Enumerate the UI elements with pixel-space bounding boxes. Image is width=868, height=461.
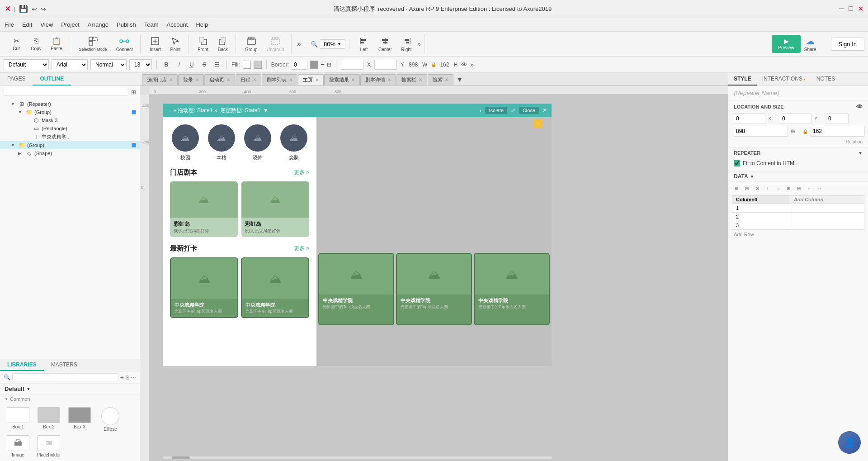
tab-home[interactable]: 主页 ✕ [298,74,324,85]
front-button[interactable]: Front [194,34,212,54]
data-icon-7[interactable]: ⊟ [794,184,803,193]
maximize-icon[interactable]: □ [849,5,853,13]
data-cell-3[interactable]: 3 [732,221,790,230]
tab-close-1[interactable]: ✕ [169,77,173,82]
y-input[interactable]: 0 [374,60,397,70]
overflow-card-3[interactable]: ⛰ 中央戏精学院 光影国中的Top顶流名人圈 [318,253,394,325]
overflow-card-4[interactable]: ⛰ 中央戏精学院 光影国中的Top顶流名人圈 [396,253,472,325]
menu-publish[interactable]: Publish [117,21,136,28]
underline-button[interactable]: U [187,60,197,70]
share-button[interactable]: ☁ Share [804,36,816,52]
nav-prev-icon[interactable]: ‹ [480,107,482,114]
tab-close-4[interactable]: ✕ [253,77,256,82]
border-style-icon[interactable]: ━ [321,62,324,68]
redo-icon[interactable]: ↪ [41,5,46,13]
data-cell-2[interactable]: 2 [732,213,790,221]
lib-search-input[interactable] [12,373,118,381]
connect-button[interactable]: Connect [113,34,137,54]
lib-item-box2[interactable]: Box 2 [35,407,62,432]
fill-color-box[interactable] [243,61,251,69]
bold-button[interactable]: B [161,60,171,70]
lib-copy-icon[interactable]: ⎘ [126,374,129,380]
data-cell-1[interactable]: 1 [732,204,790,213]
overflow-card-5[interactable]: ⛰ 中央戏精学院 光影国中的Top顶流名人圈 [474,253,550,325]
large-card-2[interactable]: ⛰ 中央戏精学院 光影国中的Top顶流名人圈 [241,257,309,318]
menu-account[interactable]: Account [166,21,188,28]
ungroup-button[interactable]: Ungroup [263,34,288,54]
save-icon[interactable]: 💾 [19,5,28,13]
lib-item-box1[interactable]: Box 1 [5,407,32,432]
close-icon[interactable]: ✕ [858,5,863,13]
cut-button[interactable]: ✂ Cut [7,35,25,53]
close-x-icon[interactable]: ✕ [542,107,547,114]
data-icon-4[interactable]: ↑ [763,184,772,193]
tab-launch[interactable]: 启动页 ✕ [204,74,235,85]
notes-tab[interactable]: NOTES [811,73,840,86]
visibility-toggle[interactable]: 👁 [856,103,863,110]
menu-project[interactable]: Project [61,21,79,28]
strikethrough-button[interactable]: S [199,60,209,70]
style-select[interactable]: Default [4,59,49,70]
menu-edit[interactable]: Edit [22,21,32,28]
section1-more[interactable]: 更多 > [294,169,309,176]
selection-mode-button[interactable]: Selection Mode [75,34,111,53]
tab-schedule[interactable]: 日程 ✕ [236,74,261,85]
card-2[interactable]: ⛰ 彩虹岛 60人已完/4星好评 [241,181,309,237]
lib-item-ellipse[interactable]: Ellipse [97,407,124,432]
tab-select-store[interactable]: 选择门店 ✕ [142,74,178,85]
style-tab[interactable]: STYLE [728,73,757,86]
format-more-icon[interactable]: » [470,61,474,68]
tree-item-rect[interactable]: ▭ (Rectangle) [0,124,140,133]
fill-color-swatch[interactable] [254,61,262,69]
tab-close-8[interactable]: ✕ [387,77,391,82]
tab-close-2[interactable]: ✕ [195,77,199,82]
y-pos-input[interactable] [780,113,811,124]
align-center-button[interactable]: Center [375,34,396,54]
outline-tab[interactable]: OUTLINE [33,73,71,86]
close-canvas-button[interactable]: Close [519,107,539,114]
rot-input[interactable] [826,113,849,124]
tree-item-mask[interactable]: ⬡ Mask 3 [0,116,140,124]
zoom-selector[interactable]: 80% ▼ [320,39,345,49]
signin-button[interactable]: Sign In [822,38,864,51]
menu-arrange[interactable]: Arrange [88,21,108,28]
add-row-button[interactable]: Add Row [728,230,868,239]
size-select[interactable]: 13 [129,59,152,70]
horizontal-scrollbar[interactable] [163,456,552,459]
align-right-button[interactable]: Right [397,34,415,54]
undo-icon[interactable]: ↩ [32,5,37,13]
data-dropdown-icon[interactable]: ▼ [750,174,755,179]
visibility-icon[interactable]: 👁 [461,61,467,68]
border-color-swatch[interactable] [310,61,318,69]
border-size-icon[interactable]: ⊟ [327,62,331,68]
tab-close-3[interactable]: ✕ [226,77,230,82]
col0-header[interactable]: Column0 [732,195,790,204]
x-pos-input[interactable] [734,113,765,124]
tab-close-5[interactable]: ✕ [289,77,292,82]
italic-button[interactable]: I [174,60,184,70]
isolate-button[interactable]: Isolate [485,107,507,114]
menu-help[interactable]: Help [196,21,208,28]
repeater-name-field[interactable]: (Repeater Name) [728,86,868,100]
lib-collapse-icon[interactable]: ▼ [26,386,31,391]
preview-button[interactable]: ▶ Preview [772,35,801,53]
copy-button[interactable]: ⎘ Copy [27,35,45,53]
repeater-dropdown-icon[interactable]: ▼ [858,151,863,156]
paste-button[interactable]: 📋 Paste [47,35,66,53]
tab-script-list[interactable]: 剧本列表 ✕ [262,74,297,85]
tree-item-group2[interactable]: ▼ 📁 (Group) [0,141,140,149]
h-input[interactable] [811,126,865,137]
lightning-badge[interactable]: ⚡ [533,119,542,128]
lib-item-box3[interactable]: Box 3 [66,407,93,432]
data-icon-6[interactable]: ⊞ [784,184,793,193]
section2-more[interactable]: 更多 > [294,245,309,252]
data-icon-2[interactable]: ⊟ [742,184,751,193]
outline-search-input[interactable] [4,88,128,96]
tab-close-6[interactable]: ✕ [315,77,319,82]
tab-search-results[interactable]: 搜索结果 ✕ [324,74,360,85]
font-select[interactable]: Arial [52,59,88,70]
tab-close-7[interactable]: ✕ [351,77,355,82]
align-more-icon[interactable]: » [417,40,421,48]
tree-item-group1[interactable]: ▼ 📁 (Group) [0,108,140,116]
tab-script-detail[interactable]: 剧本详情 ✕ [360,74,396,85]
